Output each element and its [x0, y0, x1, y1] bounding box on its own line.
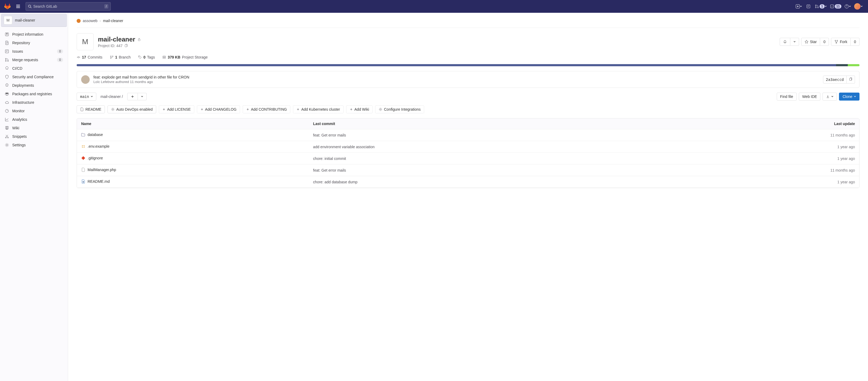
find-file-button[interactable]: Find file	[777, 93, 797, 101]
sidebar-item-issues[interactable]: Issues0	[2, 47, 66, 56]
sidebar-item-security-and-compliance[interactable]: Security and Compliance	[2, 73, 66, 81]
fork-count[interactable]: 0	[851, 38, 860, 46]
gitlab-logo-icon[interactable]	[4, 3, 11, 9]
plus-icon	[796, 4, 800, 8]
sidebar-item-wiki[interactable]: Wiki	[2, 124, 66, 132]
branch-select-button[interactable]: main	[76, 93, 96, 101]
breadcrumb-project[interactable]: mail-cleaner	[103, 19, 123, 23]
merge-requests-button[interactable]: 1	[814, 2, 828, 11]
commit-message[interactable]: feat: explode get mail from sendgrid in …	[93, 75, 189, 79]
row-last-commit[interactable]: add environment variable association	[309, 141, 683, 153]
star-count[interactable]: 0	[820, 38, 829, 46]
commits-stat[interactable]: 17Commits	[76, 55, 102, 59]
svg-rect-19	[138, 39, 140, 41]
svg-point-4	[815, 7, 816, 8]
path-root[interactable]: mail-cleaner	[101, 94, 121, 99]
lang-segment[interactable]	[76, 64, 836, 66]
svg-point-13	[7, 60, 8, 61]
sidebar-item-ci-cd[interactable]: CI/CD	[2, 64, 66, 73]
plus-icon	[162, 108, 165, 111]
notification-dropdown-button[interactable]	[790, 38, 799, 46]
lock-icon	[137, 37, 141, 41]
global-search[interactable]: /	[26, 2, 111, 11]
file-tree-table: Name Last commit Last update databasefea…	[76, 118, 860, 188]
add-k8s-chip[interactable]: Add Kubernetes cluster	[293, 105, 344, 113]
sidebar-project-header[interactable]: M mail-cleaner	[1, 14, 67, 27]
row-last-update: 1 year ago	[682, 153, 859, 164]
row-last-commit[interactable]: feat: Get error mails	[309, 164, 683, 176]
readme-chip[interactable]: README	[76, 105, 105, 113]
download-button[interactable]	[823, 93, 837, 101]
add-file-dropdown-button[interactable]	[138, 93, 147, 100]
breadcrumb-group[interactable]: assoweb	[83, 19, 97, 23]
add-license-chip[interactable]: Add LICENSE	[159, 105, 194, 113]
sidebar-item-packages-and-registries[interactable]: Packages and registries	[2, 90, 66, 98]
add-file-button[interactable]	[127, 93, 138, 100]
sidebar-item-label: CI/CD	[12, 66, 63, 70]
svg-point-14	[7, 84, 7, 85]
star-button[interactable]: Star	[801, 38, 820, 46]
sidebar-item-label: Repository	[12, 41, 63, 45]
svg-rect-10	[5, 50, 8, 53]
file-name: .gitignore	[88, 156, 103, 160]
create-new-button[interactable]	[795, 2, 803, 11]
breadcrumbs: assoweb › mail-cleaner	[76, 17, 860, 28]
lang-segment[interactable]	[836, 64, 848, 66]
tags-stat[interactable]: 0Tags	[138, 55, 155, 59]
commit-sha[interactable]: 2a3aeccd	[823, 75, 847, 84]
file-link[interactable]: README.md	[81, 179, 110, 184]
row-last-commit[interactable]: chore: add database dump	[309, 176, 683, 188]
copy-icon[interactable]	[124, 44, 128, 47]
file-link[interactable]: MailManager.php	[81, 168, 116, 172]
table-row: .gitignorechore: initial commit1 year ag…	[77, 153, 859, 164]
sidebar-item-monitor[interactable]: Monitor	[2, 107, 66, 115]
shield-icon	[5, 75, 9, 79]
auto-devops-chip[interactable]: Auto DevOps enabled	[107, 105, 156, 113]
storage-stat[interactable]: 379 KBProject Storage	[162, 55, 208, 59]
svg-rect-20	[125, 45, 127, 47]
project-avatar-large: M	[76, 33, 94, 50]
merge-count-badge: 1	[819, 4, 825, 8]
row-last-commit[interactable]: chore: initial commit	[309, 153, 683, 164]
notification-button[interactable]	[780, 38, 790, 46]
search-shortcut-hint: /	[104, 4, 108, 8]
row-last-commit[interactable]: feat: Get error mails	[309, 129, 683, 141]
file-link[interactable]: database	[81, 132, 103, 137]
fork-button[interactable]: Fork	[831, 38, 851, 46]
issues-button[interactable]	[804, 2, 813, 11]
hamburger-menu-button[interactable]	[14, 2, 22, 11]
file-link[interactable]: .gitignore	[81, 156, 103, 160]
lang-segment[interactable]	[848, 64, 860, 66]
project-hero: M mail-cleaner Project ID: 447	[76, 28, 860, 50]
commit-author[interactable]: Loïc Lefebvre	[93, 80, 115, 84]
file-link[interactable]: .env.example	[81, 144, 110, 149]
table-row: .env.exampleadd environment variable ass…	[77, 141, 859, 153]
commit-author-avatar[interactable]	[81, 75, 90, 84]
sidebar-item-merge-requests[interactable]: Merge requests0	[2, 56, 66, 64]
add-changelog-chip[interactable]: Add CHANGELOG	[197, 105, 240, 113]
sidebar-item-project-information[interactable]: Project information	[2, 30, 66, 39]
copy-sha-button[interactable]	[847, 75, 855, 84]
sidebar-item-deployments[interactable]: Deployments	[2, 81, 66, 90]
sidebar-item-infrastructure[interactable]: Infrastructure	[2, 98, 66, 107]
configure-integrations-chip[interactable]: Configure Integrations	[375, 105, 424, 113]
file-icon	[81, 168, 85, 172]
web-ide-button[interactable]: Web IDE	[799, 93, 820, 101]
branches-stat[interactable]: 1Branch	[110, 55, 131, 59]
sidebar-item-repository[interactable]: Repository	[2, 39, 66, 47]
sidebar-item-settings[interactable]: Settings	[2, 141, 66, 149]
language-bar[interactable]	[76, 64, 860, 66]
help-button[interactable]	[843, 2, 852, 11]
sidebar-item-snippets[interactable]: Snippets	[2, 132, 66, 141]
user-menu-button[interactable]	[853, 2, 864, 11]
row-last-update: 11 months ago	[682, 129, 859, 141]
sidebar-item-analytics[interactable]: Analytics	[2, 115, 66, 124]
project-id-label: Project ID: 447	[98, 44, 123, 48]
search-input[interactable]	[33, 4, 104, 8]
clone-button[interactable]: Clone	[839, 93, 860, 101]
todos-button[interactable]: 11	[829, 2, 842, 11]
gear-icon	[379, 107, 382, 111]
chevron-down-icon	[849, 5, 851, 7]
add-wiki-chip[interactable]: Add Wiki	[346, 105, 373, 113]
add-contributing-chip[interactable]: Add CONTRIBUTING	[243, 105, 290, 113]
